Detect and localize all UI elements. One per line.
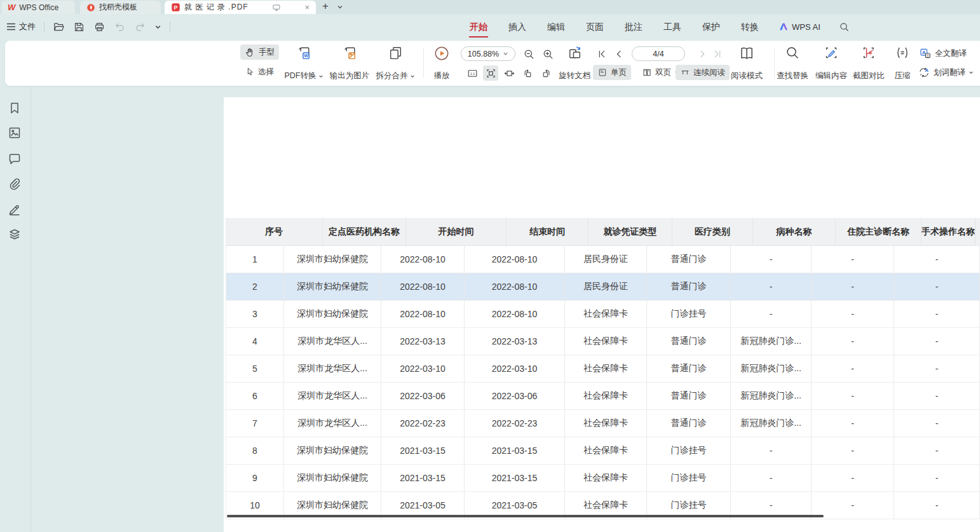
table-row[interactable]: 9 深圳市妇幼保健院 2021-03-15 2021-03-15 社会保障卡 门…: [226, 465, 980, 492]
tab-convert[interactable]: 转换: [740, 14, 760, 39]
table-row[interactable]: 3 深圳市妇幼保健院 2022-08-10 2022-08-10 社会保障卡 门…: [226, 301, 980, 328]
table-row[interactable]: 8 深圳市妇幼保健院 2021-03-15 2021-03-15 社会保障卡 门…: [226, 437, 980, 465]
zoom-out-button[interactable]: [521, 46, 536, 62]
table-cell: 2022-02-23: [381, 410, 465, 437]
ribbon-toolbar: 手型 选择 W PDF转换 输出为图片: [5, 41, 980, 86]
chevron-down-icon: [410, 74, 415, 79]
chevron-down-icon[interactable]: [154, 24, 161, 31]
new-tab-button[interactable]: +: [322, 0, 329, 13]
redo-icon[interactable]: [134, 21, 146, 33]
table-cell: -: [812, 383, 894, 410]
screenshot-compare-button[interactable]: 截图对比: [851, 45, 887, 81]
table-cell: 社会保障卡: [565, 355, 647, 383]
tab-list-chevron-icon[interactable]: [337, 4, 343, 10]
tab-edit[interactable]: 编辑: [546, 14, 566, 39]
table-row[interactable]: 7 深圳市龙华区人... 2022-02-23 2022-02-23 社会保障卡…: [226, 410, 980, 437]
table-row[interactable]: 5 深圳市龙华区人... 2022-03-10 2022-03-10 社会保障卡…: [226, 355, 980, 383]
close-icon[interactable]: ×: [304, 3, 310, 11]
pdf-page: 序号定点医药机构名称开始时间结束时间就诊凭证类型医疗类别病种名称住院主诊断名称手…: [224, 97, 980, 532]
first-page-button[interactable]: [595, 47, 609, 61]
table-row[interactable]: 6 深圳市龙华区人... 2022-03-06 2022-03-06 社会保障卡…: [226, 383, 980, 410]
search-icon[interactable]: [839, 22, 850, 32]
table-header-cell: 定点医药机构名称: [323, 218, 406, 246]
medical-records-table: 序号定点医药机构名称开始时间结束时间就诊凭证类型医疗类别病种名称住院主诊断名称手…: [226, 218, 980, 519]
table-row[interactable]: 4 深圳市龙华区人... 2022-03-13 2022-03-13 社会保障卡…: [226, 328, 980, 355]
file-menu[interactable]: 文件: [6, 21, 36, 32]
table-cell: 居民身份证: [565, 273, 647, 301]
export-image-button[interactable]: 输出为图片: [327, 45, 372, 81]
tab-tools[interactable]: 工具: [662, 14, 683, 39]
continuous-read-button[interactable]: 连续阅读: [676, 65, 730, 80]
last-page-button[interactable]: [711, 47, 725, 61]
table-cell: 社会保障卡: [565, 383, 647, 410]
table-cell: 新冠肺炎门诊...: [731, 383, 812, 410]
full-translate-icon: A 文: [919, 47, 932, 60]
split-merge-button[interactable]: 拆分合并: [372, 45, 418, 81]
tab-document[interactable]: P 就 医 记 录 .PDF ×: [165, 1, 316, 14]
table-cell: -: [894, 383, 980, 410]
table-cell: 2022-03-13: [465, 328, 565, 355]
monitor-icon[interactable]: [272, 3, 281, 12]
tab-home[interactable]: 开始: [468, 14, 489, 39]
zoom-level-select[interactable]: 105.88%: [461, 46, 515, 61]
word-translate-button[interactable]: A x 划词翻译: [918, 65, 974, 80]
rotate-left-button[interactable]: [520, 65, 535, 81]
tab-insert[interactable]: 插入: [507, 14, 527, 39]
save-icon[interactable]: [73, 21, 85, 33]
screenshot-compare-icon: [861, 45, 876, 60]
actual-size-button[interactable]: 1:1: [465, 65, 480, 81]
fit-width-button[interactable]: [501, 65, 517, 81]
table-cell: -: [894, 328, 980, 355]
ribbon-tabs: 开始 插入 编辑 页面 批注 工具 保护 转换 WPS AI: [468, 14, 850, 39]
export-image-icon: [342, 45, 358, 61]
select-tool-button[interactable]: 选择: [240, 64, 278, 79]
svg-text:文: 文: [926, 53, 929, 57]
rotate-right-icon: [540, 67, 552, 79]
edit-content-button[interactable]: 编辑内容: [813, 45, 849, 81]
tab-comment[interactable]: 批注: [623, 14, 644, 39]
hand-tool-button[interactable]: 手型: [240, 44, 279, 60]
print-icon[interactable]: [93, 21, 105, 33]
table-row[interactable]: 1 深圳市妇幼保健院 2022-08-10 2022-08-10 居民身份证 普…: [226, 246, 980, 273]
wps-ai-button[interactable]: WPS AI: [779, 22, 820, 32]
table-cell: -: [894, 246, 980, 273]
table-cell: 4: [226, 328, 284, 355]
tab-page[interactable]: 页面: [585, 14, 605, 39]
single-page-button[interactable]: 单页: [593, 65, 631, 80]
single-page-icon: [597, 67, 608, 78]
previous-page-button[interactable]: [612, 47, 626, 61]
edit-content-icon: [824, 45, 839, 60]
table-cell: -: [894, 492, 980, 519]
comment-icon[interactable]: [7, 151, 22, 167]
pdf-convert-button[interactable]: W PDF转换: [282, 45, 326, 81]
menu-bar: 文件 开始 插入 编辑: [0, 14, 980, 39]
read-mode-button[interactable]: 阅读模式: [728, 45, 765, 81]
zoom-in-button[interactable]: [540, 46, 555, 62]
table-cell: 普通门诊: [647, 410, 731, 437]
thumbnail-icon[interactable]: [7, 125, 22, 140]
undo-icon[interactable]: [114, 21, 126, 33]
tab-wps-office[interactable]: W WPS Office: [1, 1, 75, 14]
fit-page-button[interactable]: [483, 65, 498, 81]
continuous-read-icon: [680, 67, 690, 78]
open-folder-icon[interactable]: [53, 21, 65, 33]
table-horizontal-scrollbar[interactable]: [227, 515, 824, 517]
compress-button[interactable]: 压缩: [887, 45, 918, 81]
play-button[interactable]: 播放: [425, 45, 458, 81]
attachment-icon[interactable]: [7, 177, 22, 192]
find-replace-icon: [785, 45, 800, 60]
full-translate-button[interactable]: A 文 全文翻译: [919, 46, 967, 61]
table-row[interactable]: 2 深圳市妇幼保健院 2022-08-10 2022-08-10 居民身份证 普…: [226, 273, 980, 301]
signature-pen-icon[interactable]: [7, 201, 22, 217]
tab-protect[interactable]: 保护: [701, 14, 721, 39]
bookmark-icon[interactable]: [7, 100, 22, 116]
next-page-button[interactable]: [695, 47, 709, 61]
rotate-right-button[interactable]: [538, 65, 554, 81]
page-number-input[interactable]: 4/4: [632, 46, 685, 61]
rotate-document-button[interactable]: 旋转文档: [557, 45, 592, 81]
table-cell: -: [894, 301, 980, 328]
tab-docer-templates[interactable]: 找稻壳模板: [80, 1, 161, 14]
find-replace-button[interactable]: 查找替换: [775, 45, 810, 81]
table-cell: 普通门诊: [647, 273, 731, 301]
layers-icon[interactable]: [7, 227, 22, 242]
